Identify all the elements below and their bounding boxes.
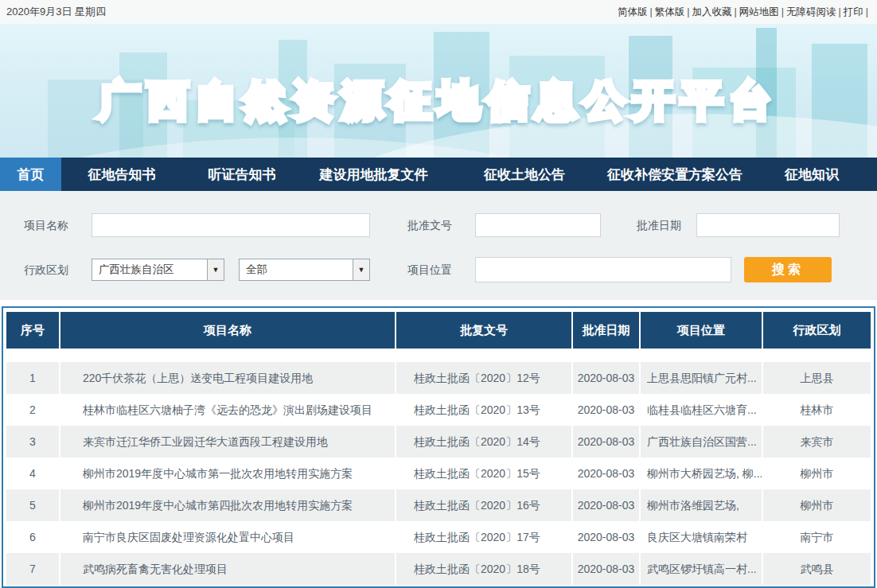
nav-item-compensation-plan[interactable]: 征收补偿安置方案公告	[603, 158, 746, 191]
project-location-label: 项目位置	[407, 258, 452, 282]
region-select-province[interactable]: 广西壮族自治区 ▼	[92, 259, 224, 281]
row-region: 南宁市	[763, 521, 871, 553]
table-row[interactable]: 4 柳州市2019年度中心城市第一批次农用地转用实施方案 桂政土批函〔2020〕…	[6, 458, 871, 489]
table-spacer	[6, 349, 871, 362]
table-row[interactable]: 2 桂林市临桂区六塘柚子湾《远去的恐龙》演出剧场建设项目 桂政土批函〔2020〕…	[6, 394, 871, 426]
header-approval-date: 批准日期	[573, 312, 639, 349]
approval-no-label: 批准文号	[407, 213, 452, 237]
row-project-name[interactable]: 220千伏茶花（上思）送变电工程项目建设用地	[60, 362, 395, 394]
nav-item-expropriation-knowledge[interactable]: 征地知识	[746, 158, 877, 191]
header-region: 行政区划	[763, 312, 871, 349]
row-approval-doc: 桂政土批函〔2020〕16号	[396, 489, 571, 521]
admin-region-label: 行政区划	[24, 258, 68, 282]
header-project-name: 项目名称	[60, 312, 395, 349]
row-location: 柳州市大桥园艺场, 柳...	[641, 458, 762, 489]
row-index: 6	[6, 521, 59, 553]
table-row[interactable]: 3 来宾市迁江华侨工业园迁华大道西段工程建设用地 桂政土批函〔2020〕14号 …	[6, 426, 871, 458]
row-region: 武鸣县	[763, 553, 871, 585]
row-index: 1	[6, 362, 59, 394]
row-location: 柳州市洛维园艺场,	[641, 489, 762, 521]
row-project-name[interactable]: 来宾市迁江华侨工业园迁华大道西段工程建设用地	[60, 426, 395, 458]
row-project-name[interactable]: 柳州市2019年度中心城市第四批次农用地转用实施方案	[60, 489, 395, 521]
nav-item-land-approval-docs[interactable]: 建设用地批复文件	[302, 158, 446, 191]
row-approval-date: 2020-08-03	[573, 394, 639, 426]
results-table: 序号 项目名称 批复文号 批准日期 项目位置 行政区划 1 220千伏茶花（上思…	[2, 306, 875, 588]
current-date: 2020年9月3日 星期四	[6, 5, 106, 19]
row-index: 2	[6, 394, 59, 426]
row-region: 柳州市	[763, 458, 871, 489]
header-location: 项目位置	[641, 312, 762, 349]
row-location: 上思县思阳镇广元村...	[641, 362, 762, 394]
row-approval-doc: 桂政土批函〔2020〕15号	[396, 458, 571, 489]
row-location: 广西壮族自治区国营...	[641, 426, 762, 458]
row-region: 桂林市	[763, 394, 871, 426]
site-title: 广西自然资源征地信息公开平台	[0, 73, 877, 129]
row-region: 来宾市	[763, 426, 871, 458]
search-panel: 项目名称 批准文号 批准日期 行政区划 广西壮族自治区 ▼ 全部 ▼ 项目位置 …	[0, 191, 877, 300]
nav-item-expropriation-notice[interactable]: 征地告知书	[61, 158, 182, 191]
main-nav: 首页 征地告知书 听证告知书 建设用地批复文件 征收土地公告 征收补偿安置方案公…	[0, 158, 877, 191]
approval-no-input[interactable]	[475, 213, 601, 237]
row-location: 武鸣区锣圩镇高一村...	[641, 553, 762, 585]
chevron-down-icon: ▼	[207, 259, 224, 280]
row-approval-date: 2020-08-03	[573, 521, 639, 553]
table-row[interactable]: 7 武鸣病死畜禽无害化处理项目 桂政土批函〔2020〕18号 2020-08-0…	[6, 553, 871, 585]
row-index: 5	[6, 489, 59, 521]
row-approval-date: 2020-08-03	[573, 553, 639, 585]
row-approval-date: 2020-08-03	[573, 362, 639, 394]
header-index: 序号	[6, 312, 59, 349]
project-name-label: 项目名称	[24, 213, 68, 237]
row-approval-date: 2020-08-03	[573, 426, 639, 458]
region-select-city[interactable]: 全部 ▼	[239, 259, 370, 281]
link-sitemap[interactable]: 网站地图	[739, 6, 786, 19]
link-simplified-chinese[interactable]: 简体版	[618, 6, 655, 19]
approval-date-label: 批准日期	[637, 213, 681, 237]
row-approval-date: 2020-08-03	[573, 458, 639, 489]
top-utility-bar: 2020年9月3日 星期四 简体版 繁体版 加入收藏 网站地图 无障碍阅读 打印	[0, 0, 877, 24]
approval-date-input[interactable]	[696, 213, 840, 237]
row-approval-doc: 桂政土批函〔2020〕12号	[396, 362, 571, 394]
chevron-down-icon: ▼	[353, 259, 369, 280]
header-approval-doc: 批复文号	[396, 312, 571, 349]
row-index: 4	[6, 458, 59, 489]
row-approval-doc: 桂政土批函〔2020〕13号	[396, 394, 571, 426]
link-add-favorite[interactable]: 加入收藏	[692, 6, 739, 19]
row-index: 7	[6, 553, 59, 585]
row-project-name[interactable]: 南宁市良庆区固废处理资源化处置中心项目	[60, 521, 395, 553]
row-approval-doc: 桂政土批函〔2020〕14号	[396, 426, 571, 458]
link-print[interactable]: 打印	[844, 6, 871, 19]
row-index: 3	[6, 426, 59, 458]
link-accessibility[interactable]: 无障碍阅读	[786, 6, 844, 19]
link-traditional-chinese[interactable]: 繁体版	[655, 6, 692, 19]
row-approval-doc: 桂政土批函〔2020〕18号	[396, 553, 571, 585]
row-project-name[interactable]: 桂林市临桂区六塘柚子湾《远去的恐龙》演出剧场建设项目	[60, 394, 395, 426]
table-row[interactable]: 1 220千伏茶花（上思）送变电工程项目建设用地 桂政土批函〔2020〕12号 …	[6, 362, 871, 394]
row-location: 良庆区大塘镇南荣村	[641, 521, 762, 553]
row-approval-doc: 桂政土批函〔2020〕17号	[396, 521, 571, 553]
search-button[interactable]: 搜索	[744, 257, 832, 282]
table-row[interactable]: 5 柳州市2019年度中心城市第四批次农用地转用实施方案 桂政土批函〔2020〕…	[6, 489, 871, 521]
row-project-name[interactable]: 柳州市2019年度中心城市第一批次农用地转用实施方案	[60, 458, 395, 489]
nav-item-land-announcement[interactable]: 征收土地公告	[446, 158, 603, 191]
site-banner: 广西自然资源征地信息公开平台	[0, 24, 877, 158]
table-row[interactable]: 6 南宁市良庆区固废处理资源化处置中心项目 桂政土批函〔2020〕17号 202…	[6, 521, 871, 553]
row-approval-date: 2020-08-03	[573, 489, 639, 521]
row-region: 上思县	[763, 362, 871, 394]
project-location-input[interactable]	[475, 257, 731, 282]
table-header-row: 序号 项目名称 批复文号 批准日期 项目位置 行政区划	[6, 312, 871, 349]
row-project-name[interactable]: 武鸣病死畜禽无害化处理项目	[60, 553, 395, 585]
nav-item-hearing-notice[interactable]: 听证告知书	[182, 158, 302, 191]
row-location: 临桂县临桂区六塘育...	[641, 394, 762, 426]
row-region: 柳州市	[763, 489, 871, 521]
nav-item-home[interactable]: 首页	[0, 158, 61, 191]
utility-links: 简体版 繁体版 加入收藏 网站地图 无障碍阅读 打印	[618, 6, 871, 19]
project-name-input[interactable]	[92, 213, 370, 237]
